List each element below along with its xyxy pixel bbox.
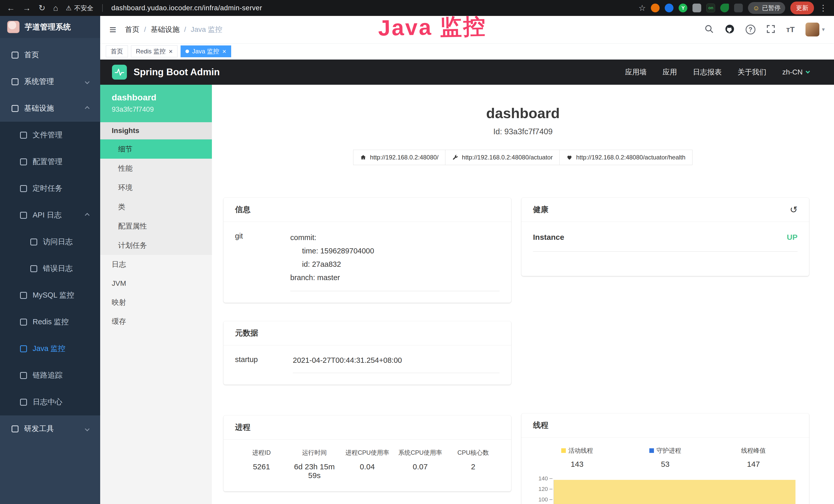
leaf-extension-icon[interactable] (720, 4, 729, 12)
raindrop-extension-icon[interactable] (665, 4, 674, 12)
help-icon[interactable]: ? (746, 25, 755, 35)
close-icon[interactable]: × (169, 48, 173, 55)
smiley-icon: ☺ (752, 4, 760, 12)
puzzle-extension-icon[interactable] (734, 4, 743, 12)
sba-content: dashboard Id: 93a3fc7f7409 http://192.16… (212, 85, 834, 504)
app-title: 芋道管理系统 (25, 22, 71, 32)
threads-card: 线程 活动线程 143 (521, 413, 809, 504)
sidebar-item-error-logs[interactable]: 错误日志 (0, 255, 100, 282)
sidebar-item-log-center[interactable]: 日志中心 (0, 389, 100, 415)
sidebar-item-api-logs[interactable]: API 日志 (0, 202, 100, 229)
annotation-java-monitor: Java 监控 (378, 11, 487, 43)
close-icon[interactable]: × (222, 48, 226, 55)
trace-icon (20, 372, 27, 379)
sba-item-caches[interactable]: 缓存 (100, 312, 212, 331)
breadcrumb-home[interactable]: 首页 (125, 25, 139, 35)
health-instance-row: Instance UP (533, 231, 797, 252)
process-cpu-value: 0.04 (341, 462, 394, 480)
spring-boot-admin-logo[interactable] (112, 65, 127, 79)
fullscreen-icon[interactable] (766, 24, 775, 35)
breadcrumb-infrastructure[interactable]: 基础设施 (151, 25, 179, 35)
sba-nav-applications[interactable]: 应用 (663, 67, 677, 77)
system-cpu-value: 0.07 (394, 462, 447, 480)
service-url-button[interactable]: http://192.168.0.2:48080/ (353, 150, 445, 165)
sidebar-item-system-management[interactable]: 系统管理 (0, 68, 100, 95)
process-card-header: 进程 (223, 415, 511, 439)
bookmark-star-icon[interactable]: ☆ (639, 3, 646, 13)
sba-instance-header[interactable]: dashboard 93a3fc7f7409 (100, 85, 212, 122)
sidebar-item-label: 链路追踪 (32, 370, 62, 381)
legend-live-threads: 活动线程 143 (533, 446, 621, 468)
user-menu[interactable]: ▾ (806, 23, 825, 37)
sidebar-item-redis-monitor[interactable]: Redis 监控 (0, 308, 100, 335)
instance-id: 93a3fc7f7409 (112, 106, 200, 113)
health-card-body: Instance UP (521, 222, 809, 263)
sba-item-logs[interactable]: 日志 (100, 255, 212, 274)
sba-nav-wallboard[interactable]: 应用墙 (625, 67, 647, 77)
sba-locale-select[interactable]: zh-CN (782, 68, 809, 76)
sba-nav-about[interactable]: 关于我们 (738, 67, 766, 77)
browser-menu-icon[interactable]: ⋮ (819, 3, 827, 13)
info-card-body: git commit: time: 1596289704000 id: 27aa… (223, 222, 511, 303)
api-log-icon (20, 212, 27, 219)
on-badge-extension-icon[interactable]: on (706, 4, 715, 12)
sba-item-jvm[interactable]: JVM (100, 274, 212, 293)
sba-item-metrics[interactable]: 性能 (100, 159, 212, 178)
card-title: 元数据 (235, 328, 258, 338)
sidebar-item-file-management[interactable]: 文件管理 (0, 122, 100, 148)
startup-value: 2021-04-27T00:44:31.254+08:00 (293, 354, 500, 373)
sba-item-details[interactable]: 细节 (100, 139, 212, 159)
sba-item-config-props[interactable]: 配置属性 (100, 216, 212, 236)
tag-home[interactable]: 首页 (106, 45, 128, 57)
sidebar-item-trace[interactable]: 链路追踪 (0, 362, 100, 389)
hamburger-icon[interactable]: ≡ (109, 23, 116, 37)
avatar (806, 23, 819, 37)
green-y-extension-icon[interactable]: Y (679, 4, 687, 12)
reload-icon[interactable]: ↻ (39, 3, 45, 13)
sidebar-item-home[interactable]: 首页 (0, 42, 100, 68)
process-col-process-cpu: 进程CPU使用率 (341, 449, 394, 457)
sba-item-mappings[interactable]: 映射 (100, 293, 212, 312)
address-bar-url[interactable]: dashboard.yudao.iocoder.cn/infra/admin-s… (111, 4, 262, 12)
file-icon (20, 132, 27, 139)
update-button[interactable]: 更新 (790, 2, 814, 15)
sidebar-item-dev-tools[interactable]: 研发工具 (0, 415, 100, 442)
sidebar-item-java-monitor[interactable]: Java 监控 (0, 335, 100, 362)
sba-item-environment[interactable]: 环境 (100, 178, 212, 197)
config-icon (20, 158, 27, 165)
github-icon[interactable] (725, 24, 735, 35)
sidebar-item-access-logs[interactable]: 访问日志 (0, 229, 100, 255)
back-icon[interactable]: ← (7, 3, 15, 13)
admin-sidebar: 芋道管理系统 首页 系统管理 基础设施 文件管理 (0, 16, 100, 504)
breadcrumb-current: Java 监控 (191, 25, 222, 35)
tag-redis-monitor[interactable]: Redis 监控 × (131, 45, 177, 57)
app-logo-header[interactable]: 芋道管理系统 (0, 16, 100, 38)
sba-item-classes[interactable]: 类 (100, 197, 212, 216)
sba-brand-title[interactable]: Spring Boot Admin (134, 67, 220, 77)
grid-extension-icon[interactable] (693, 4, 701, 12)
search-icon[interactable] (705, 24, 714, 35)
threads-chart: 140 120 100 (533, 475, 797, 504)
actuator-url-button[interactable]: http://192.168.0.2:48080/actuator (445, 150, 560, 165)
heart-icon (566, 154, 572, 160)
sba-item-scheduled-tasks[interactable]: 计划任务 (100, 236, 212, 255)
y-axis-tick: 140 (533, 475, 548, 482)
sba-nav-journal[interactable]: 日志报表 (693, 67, 722, 77)
not-secure-indicator[interactable]: ⚠ 不安全 (66, 4, 93, 12)
sidebar-item-config-management[interactable]: 配置管理 (0, 148, 100, 175)
live-threads-area (553, 480, 795, 504)
sidebar-item-mysql-monitor[interactable]: MySQL 监控 (0, 282, 100, 308)
tag-java-monitor[interactable]: Java 监控 × (180, 45, 231, 57)
sidebar-item-scheduled-tasks[interactable]: 定时任务 (0, 175, 100, 202)
fox-extension-icon[interactable] (651, 4, 660, 12)
sidebar-item-label: 错误日志 (43, 264, 73, 274)
sidebar-item-infrastructure[interactable]: 基础设施 (0, 95, 100, 122)
sba-header: Spring Boot Admin 应用墙 应用 日志报表 关于我们 zh-CN (100, 60, 834, 85)
forward-icon[interactable]: → (23, 3, 31, 13)
threads-legend: 活动线程 143 守护进程 53 (533, 446, 797, 468)
paused-badge[interactable]: ☺ 已暂停 (748, 2, 785, 14)
health-url-button[interactable]: http://192.168.0.2:48080/actuator/health (559, 150, 693, 165)
font-size-icon[interactable]: тT (786, 25, 795, 34)
history-icon[interactable]: ↺ (790, 205, 797, 214)
browser-home-icon[interactable]: ⌂ (53, 3, 58, 13)
